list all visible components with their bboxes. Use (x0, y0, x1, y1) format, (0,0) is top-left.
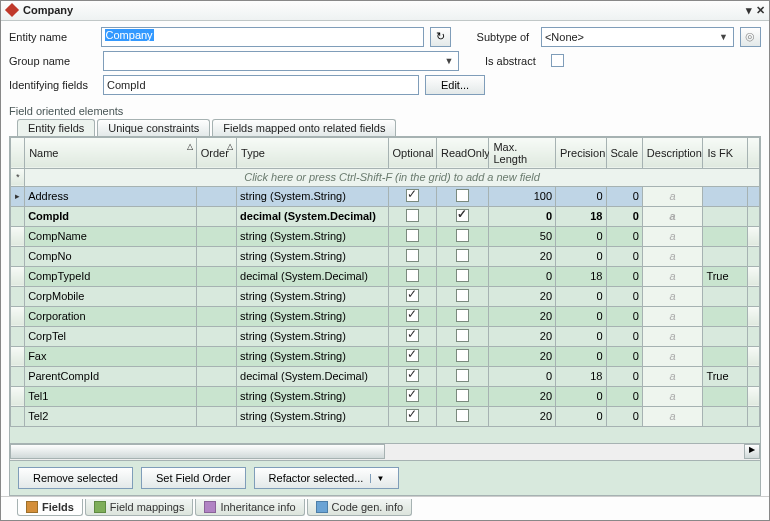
cell-type[interactable]: string (System.String) (237, 246, 388, 266)
table-row[interactable]: Faxstring (System.String)2000a (11, 346, 760, 366)
cell-scale[interactable]: 0 (606, 246, 642, 266)
cell-scale[interactable]: 0 (606, 266, 642, 286)
cell-precision[interactable]: 0 (556, 306, 606, 326)
cell-isfk[interactable] (703, 306, 747, 326)
cell-order[interactable] (196, 186, 236, 206)
cell-scale[interactable]: 0 (606, 226, 642, 246)
checkbox-icon[interactable] (406, 329, 419, 342)
cell-readonly[interactable] (436, 346, 488, 366)
checkbox-icon[interactable] (456, 189, 469, 202)
cell-description[interactable]: a (642, 406, 703, 426)
entity-name-input[interactable]: Company (101, 27, 424, 47)
cell-name[interactable]: Tel1 (25, 386, 197, 406)
checkbox-icon[interactable] (456, 329, 469, 342)
cell-description[interactable]: a (642, 246, 703, 266)
cell-name[interactable]: Address (25, 186, 197, 206)
cell-type[interactable]: decimal (System.Decimal) (237, 206, 388, 226)
table-row[interactable]: Corporationstring (System.String)2000a (11, 306, 760, 326)
cell-description[interactable]: a (642, 386, 703, 406)
cell-optional[interactable] (388, 386, 436, 406)
cell-isfk[interactable]: True (703, 266, 747, 286)
col-header[interactable]: Type (237, 137, 388, 168)
tab-bottom-0[interactable]: Fields (17, 499, 83, 516)
checkbox-icon[interactable] (456, 389, 469, 402)
cell-optional[interactable] (388, 266, 436, 286)
checkbox-icon[interactable] (456, 349, 469, 362)
col-header[interactable]: Precision (556, 137, 606, 168)
checkbox-icon[interactable] (406, 309, 419, 322)
cell-readonly[interactable] (436, 326, 488, 346)
cell-name[interactable]: CompId (25, 206, 197, 226)
cell-optional[interactable] (388, 326, 436, 346)
cell-isfk[interactable] (703, 186, 747, 206)
checkbox-icon[interactable] (406, 189, 419, 202)
scroll-right-button[interactable]: ▶ (744, 444, 760, 459)
col-header[interactable]: Is FK (703, 137, 747, 168)
cell-maxlength[interactable]: 20 (489, 246, 556, 266)
cell-readonly[interactable] (436, 246, 488, 266)
table-row[interactable]: CompTypeIddecimal (System.Decimal)0180aT… (11, 266, 760, 286)
cell-optional[interactable] (388, 286, 436, 306)
grid-scroll[interactable]: Name△Order△TypeOptionalReadOnlyMax. Leng… (10, 137, 760, 443)
cell-readonly[interactable] (436, 206, 488, 226)
cell-description[interactable]: a (642, 326, 703, 346)
checkbox-icon[interactable] (406, 349, 419, 362)
checkbox-icon[interactable] (456, 289, 469, 302)
new-row-hint[interactable]: Click here or press Ctrl-Shift-F (in the… (25, 168, 760, 186)
cell-type[interactable]: string (System.String) (237, 406, 388, 426)
table-row[interactable]: CorpTelstring (System.String)2000a (11, 326, 760, 346)
cell-order[interactable] (196, 206, 236, 226)
col-header[interactable]: Optional (388, 137, 436, 168)
cell-scale[interactable]: 0 (606, 206, 642, 226)
cell-type[interactable]: decimal (System.Decimal) (237, 266, 388, 286)
cell-maxlength[interactable]: 20 (489, 406, 556, 426)
cell-name[interactable]: Tel2 (25, 406, 197, 426)
cell-maxlength[interactable]: 20 (489, 286, 556, 306)
cell-precision[interactable]: 0 (556, 406, 606, 426)
is-abstract-checkbox[interactable] (551, 54, 564, 67)
cell-optional[interactable] (388, 366, 436, 386)
refactor-selected-button[interactable]: Refactor selected...▼ (254, 467, 400, 489)
cell-type[interactable]: string (System.String) (237, 306, 388, 326)
new-row-indicator[interactable]: * (11, 168, 25, 186)
tab-bottom-2[interactable]: Inheritance info (195, 499, 304, 516)
cell-type[interactable]: string (System.String) (237, 386, 388, 406)
cell-precision[interactable]: 0 (556, 286, 606, 306)
cell-precision[interactable]: 0 (556, 246, 606, 266)
checkbox-icon[interactable] (456, 269, 469, 282)
cell-description[interactable]: a (642, 266, 703, 286)
table-row[interactable]: CompIddecimal (System.Decimal)0180a (11, 206, 760, 226)
cell-readonly[interactable] (436, 186, 488, 206)
cell-readonly[interactable] (436, 406, 488, 426)
cell-name[interactable]: CompName (25, 226, 197, 246)
cell-type[interactable]: string (System.String) (237, 326, 388, 346)
checkbox-icon[interactable] (406, 289, 419, 302)
checkbox-icon[interactable] (406, 369, 419, 382)
cell-readonly[interactable] (436, 226, 488, 246)
cell-isfk[interactable] (703, 246, 747, 266)
cell-order[interactable] (196, 346, 236, 366)
checkbox-icon[interactable] (406, 229, 419, 242)
set-field-order-button[interactable]: Set Field Order (141, 467, 246, 489)
cell-order[interactable] (196, 266, 236, 286)
tab-bottom-1[interactable]: Field mappings (85, 499, 194, 516)
col-header[interactable]: ReadOnly (436, 137, 488, 168)
cell-description[interactable]: a (642, 186, 703, 206)
table-row[interactable]: ▸Addressstring (System.String)10000a (11, 186, 760, 206)
group-name-combo[interactable]: ▼ (103, 51, 459, 71)
cell-order[interactable] (196, 326, 236, 346)
cell-order[interactable] (196, 366, 236, 386)
edit-button[interactable]: Edit... (425, 75, 485, 95)
cell-maxlength[interactable]: 0 (489, 206, 556, 226)
cell-precision[interactable]: 0 (556, 226, 606, 246)
close-icon[interactable]: ✕ (756, 4, 765, 17)
cell-readonly[interactable] (436, 286, 488, 306)
cell-precision[interactable]: 18 (556, 206, 606, 226)
cell-description[interactable]: a (642, 306, 703, 326)
table-row[interactable]: ParentCompIddecimal (System.Decimal)0180… (11, 366, 760, 386)
checkbox-icon[interactable] (456, 309, 469, 322)
checkbox-icon[interactable] (406, 389, 419, 402)
remove-selected-button[interactable]: Remove selected (18, 467, 133, 489)
checkbox-icon[interactable] (456, 249, 469, 262)
cell-optional[interactable] (388, 226, 436, 246)
